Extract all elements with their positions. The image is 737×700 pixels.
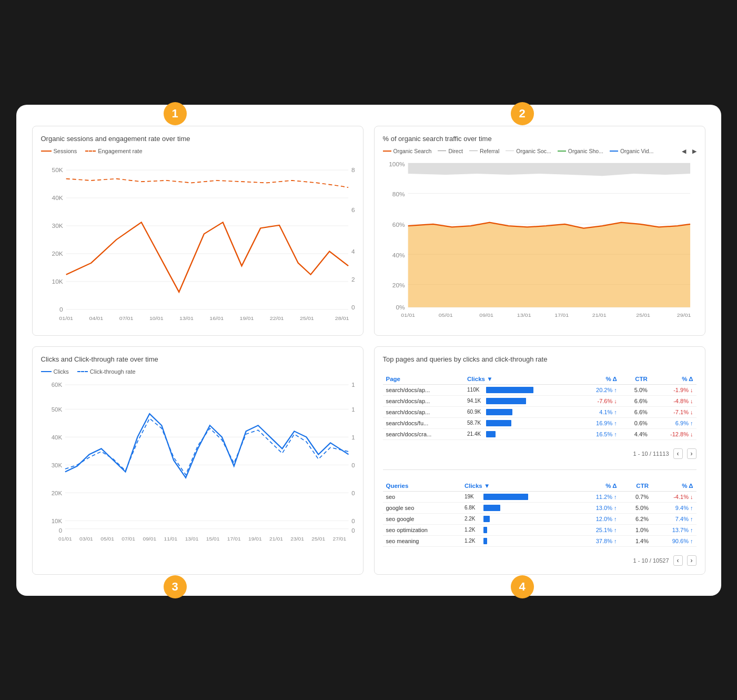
- svg-text:04/01: 04/01: [89, 315, 103, 321]
- svg-text:29/01: 29/01: [677, 312, 691, 318]
- q-ctr-delta: -4.1% ↓: [652, 491, 696, 502]
- clicks-bar: 110K: [464, 384, 578, 395]
- query-name: seo google: [383, 513, 461, 524]
- svg-text:0%: 0%: [396, 304, 405, 311]
- col-ctr[interactable]: CTR: [620, 374, 651, 385]
- dashboard-grid: Organic sessions and engagement rate ove…: [32, 126, 705, 575]
- q-clicks-bar: 1.2K: [461, 535, 576, 546]
- svg-text:40K: 40K: [52, 195, 63, 201]
- col-q-clicks[interactable]: Clicks ▼: [461, 481, 576, 492]
- page-name: search/docs/cra...: [383, 428, 465, 439]
- ctr-delta: -1.9% ↓: [651, 384, 696, 395]
- svg-text:10K: 10K: [52, 278, 63, 285]
- panel4-title: Top pages and queries by clicks and clic…: [383, 355, 696, 363]
- legend-organic-search: Organic Search: [383, 148, 432, 154]
- svg-text:50K: 50K: [52, 167, 63, 173]
- svg-text:20%: 20%: [351, 276, 355, 283]
- svg-text:40%: 40%: [392, 252, 405, 258]
- queries-pagination-text: 1 - 10 / 10527: [633, 557, 669, 564]
- badge-2: 2: [511, 102, 534, 125]
- col-q-ctr-delta[interactable]: % Δ: [652, 481, 696, 492]
- col-clicks[interactable]: Clicks ▼: [464, 374, 578, 385]
- panel3-title: Clicks and Click-through rate over time: [41, 355, 355, 363]
- pages-pagination: 1 - 10 / 11113 ‹ ›: [383, 448, 696, 459]
- svg-text:60%: 60%: [351, 206, 355, 213]
- q-pct-delta: 11.2% ↑: [576, 491, 620, 502]
- svg-marker-40: [408, 222, 690, 307]
- pct-delta: -7.6% ↓: [578, 395, 620, 406]
- svg-text:05/01: 05/01: [100, 535, 114, 541]
- table-row: google seo 6.8K 13.0% ↑ 5.0% 9.4% ↑: [383, 502, 696, 513]
- q-clicks-bar: 2.2K: [461, 513, 576, 524]
- svg-text:25/01: 25/01: [636, 312, 650, 318]
- svg-text:01/01: 01/01: [401, 312, 415, 318]
- panel3-legend: Clicks Click-through rate: [41, 368, 355, 375]
- svg-text:25/01: 25/01: [311, 535, 325, 541]
- svg-text:28/01: 28/01: [335, 315, 349, 321]
- svg-text:22/01: 22/01: [269, 315, 284, 321]
- q-pct-delta: 13.0% ↑: [576, 502, 620, 513]
- ctr-value: 6.6%: [620, 395, 651, 406]
- q-ctr-value: 1.0%: [620, 524, 652, 535]
- q-ctr-delta: 90.6% ↑: [652, 535, 696, 546]
- svg-text:27/01: 27/01: [332, 535, 346, 541]
- nav-prev[interactable]: ◀: [682, 148, 686, 154]
- svg-text:20K: 20K: [51, 489, 62, 496]
- legend-clicks: Clicks: [41, 368, 69, 375]
- panel1-chart: 50K 40K 30K 20K 10K 0 80% 60% 40% 20% 0%: [41, 158, 355, 327]
- badge-3: 3: [164, 575, 187, 598]
- svg-text:60%: 60%: [392, 222, 405, 228]
- clicks-bar: 60.9K: [464, 406, 578, 417]
- q-ctr-value: 0.7%: [620, 491, 652, 502]
- svg-text:09/01: 09/01: [479, 312, 493, 318]
- svg-text:23/01: 23/01: [290, 535, 304, 541]
- panel3-chart: 60K 50K 40K 30K 20K 10K 0 1.5% 1.25% 1% …: [41, 379, 355, 547]
- clicks-bar: 58.7K: [464, 417, 578, 428]
- q-ctr-value: 1.4%: [620, 535, 652, 546]
- pages-next-btn[interactable]: ›: [687, 448, 696, 459]
- q-ctr-delta: 9.4% ↑: [652, 502, 696, 513]
- col-pct-delta[interactable]: % Δ: [578, 374, 620, 385]
- ctr-value: 5.0%: [620, 384, 651, 395]
- table-row: search/docs/ap... 110K 20.2% ↑ 5.0% -1.9…: [383, 384, 696, 395]
- svg-text:1%: 1%: [351, 434, 355, 440]
- queries-prev-btn[interactable]: ‹: [673, 555, 683, 566]
- svg-text:19/01: 19/01: [239, 315, 254, 321]
- col-q-pct-delta[interactable]: % Δ: [576, 481, 620, 492]
- q-clicks-bar: 6.8K: [461, 502, 576, 513]
- panel2-chart: 100% 80% 60% 40% 20% 0%: [383, 157, 696, 326]
- panel-organic-sessions: Organic sessions and engagement rate ove…: [32, 126, 364, 336]
- pct-delta: 4.1% ↑: [578, 406, 620, 417]
- ctr-delta: 6.9% ↑: [651, 417, 696, 428]
- panel-organic-traffic: % of organic search traffic over time Or…: [374, 126, 705, 336]
- ctr-delta: -7.1% ↓: [651, 406, 696, 417]
- table-row: seo optimization 1.2K 25.1% ↑ 1.0% 13.7%…: [383, 524, 696, 535]
- svg-text:0%: 0%: [351, 304, 355, 311]
- svg-text:100%: 100%: [389, 161, 405, 167]
- svg-text:30K: 30K: [52, 223, 63, 229]
- legend-sessions: Sessions: [41, 148, 77, 154]
- ctr-value: 0.6%: [620, 417, 651, 428]
- svg-text:0.5%: 0.5%: [351, 489, 355, 496]
- query-name: seo optimization: [383, 524, 461, 535]
- svg-text:1.5%: 1.5%: [351, 382, 355, 388]
- table-row: search/docs/cra... 21.4K 16.5% ↑ 4.4% -1…: [383, 428, 696, 439]
- legend-referral: Referral: [469, 148, 499, 154]
- col-q-ctr[interactable]: CTR: [620, 481, 652, 492]
- table-row: search/docs/ap... 94.1K -7.6% ↓ 6.6% -4.…: [383, 395, 696, 406]
- clicks-bar: 94.1K: [464, 395, 578, 406]
- col-ctr-delta[interactable]: % Δ: [651, 374, 696, 385]
- col-page[interactable]: Page: [383, 374, 465, 385]
- q-ctr-value: 5.0%: [620, 502, 652, 513]
- legend-direct: Direct: [438, 148, 462, 154]
- query-name: seo meaning: [383, 535, 461, 546]
- nav-next[interactable]: ▶: [692, 148, 696, 154]
- queries-next-btn[interactable]: ›: [687, 555, 696, 566]
- svg-text:21/01: 21/01: [592, 312, 606, 318]
- svg-text:60K: 60K: [51, 382, 62, 388]
- panel1-title: Organic sessions and engagement rate ove…: [41, 135, 355, 143]
- page-name: search/docs/ap...: [383, 395, 465, 406]
- col-queries[interactable]: Queries: [383, 481, 461, 492]
- pages-prev-btn[interactable]: ‹: [673, 448, 683, 459]
- svg-text:30K: 30K: [51, 462, 62, 468]
